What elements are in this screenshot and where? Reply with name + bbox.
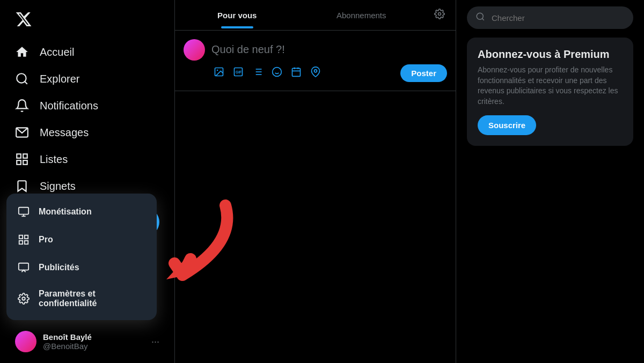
profile-handle: @BenoitBay bbox=[43, 342, 145, 351]
search-bar[interactable] bbox=[467, 6, 633, 29]
svg-rect-10 bbox=[19, 235, 23, 239]
svg-rect-12 bbox=[25, 241, 28, 244]
messages-label: Messages bbox=[40, 127, 89, 139]
svg-line-36 bbox=[482, 18, 484, 20]
x-logo[interactable] bbox=[6, 4, 168, 36]
profile-info: Benoît Baylé @BenoitBay bbox=[43, 332, 145, 351]
svg-point-15 bbox=[22, 297, 25, 300]
svg-rect-4 bbox=[23, 154, 27, 158]
main-nav: Accueil Explorer Notifications Messages bbox=[6, 39, 168, 199]
tabs-header: Pour vous Abonnements bbox=[175, 0, 456, 31]
location-icon[interactable] bbox=[308, 64, 323, 82]
sidebar: Accueil Explorer Notifications Messages bbox=[0, 0, 174, 363]
svg-rect-11 bbox=[25, 235, 28, 239]
premium-description: Abonnez-vous pour profiter de nouvelles … bbox=[478, 65, 623, 107]
search-bar-icon bbox=[475, 12, 485, 24]
list-compose-icon[interactable] bbox=[250, 64, 265, 82]
premium-title: Abonnez-vous à Premium bbox=[478, 48, 623, 61]
search-input[interactable] bbox=[492, 13, 625, 23]
ads-icon bbox=[17, 261, 30, 274]
tab-settings-icon[interactable] bbox=[423, 0, 456, 30]
x-logo-icon bbox=[15, 11, 32, 28]
dropdown-publicites[interactable]: Publicités bbox=[6, 254, 157, 281]
compose-placeholder[interactable]: Quoi de neuf ?! bbox=[211, 39, 447, 64]
premium-card: Abonnez-vous à Premium Abonnez-vous pour… bbox=[467, 38, 633, 146]
image-icon[interactable] bbox=[211, 64, 226, 82]
svg-rect-14 bbox=[19, 263, 28, 270]
grid-icon bbox=[17, 233, 30, 246]
dropdown-parametres[interactable]: Paramètres et confidentialité bbox=[6, 281, 157, 316]
dropdown-menu: Monétisation Pro Publicités Paramètres e… bbox=[6, 194, 157, 320]
search-icon bbox=[15, 72, 29, 86]
gear-icon bbox=[17, 292, 30, 305]
svg-rect-3 bbox=[17, 154, 21, 158]
svg-rect-7 bbox=[19, 208, 28, 214]
monetise-icon bbox=[17, 205, 30, 218]
svg-text:GIF: GIF bbox=[236, 70, 241, 74]
profile-name: Benoît Baylé bbox=[43, 332, 145, 342]
svg-point-18 bbox=[217, 70, 218, 71]
gif-icon[interactable]: GIF bbox=[231, 64, 246, 82]
sidebar-item-explorer[interactable]: Explorer bbox=[6, 65, 168, 92]
bell-icon bbox=[15, 99, 29, 113]
svg-point-0 bbox=[17, 73, 26, 83]
bookmark-icon bbox=[15, 179, 29, 193]
emoji-icon[interactable] bbox=[269, 64, 284, 82]
svg-rect-30 bbox=[292, 68, 301, 76]
tab-abonnements[interactable]: Abonnements bbox=[299, 2, 424, 28]
publicites-label: Publicités bbox=[39, 263, 79, 272]
list-icon bbox=[15, 152, 29, 166]
profile-section[interactable]: Benoît Baylé @BenoitBay ··· bbox=[6, 324, 168, 359]
listes-label: Listes bbox=[40, 153, 68, 166]
sidebar-item-listes[interactable]: Listes bbox=[6, 146, 168, 173]
compose-toolbar: GIF Poster bbox=[211, 64, 447, 82]
compose-right: Quoi de neuf ?! GIF bbox=[211, 39, 447, 82]
svg-point-27 bbox=[273, 68, 282, 77]
compose-area: Quoi de neuf ?! GIF bbox=[175, 31, 456, 91]
home-icon bbox=[15, 45, 29, 59]
parametres-label: Paramètres et confidentialité bbox=[39, 289, 146, 308]
compose-avatar bbox=[184, 39, 205, 61]
sidebar-item-messages[interactable]: Messages bbox=[6, 119, 168, 146]
avatar bbox=[15, 331, 36, 352]
svg-rect-5 bbox=[23, 160, 27, 165]
svg-rect-13 bbox=[19, 241, 23, 244]
sidebar-item-notifications[interactable]: Notifications bbox=[6, 92, 168, 119]
compose-post-button[interactable]: Poster bbox=[400, 64, 447, 82]
profile-menu-dots[interactable]: ··· bbox=[151, 336, 159, 347]
accueil-label: Accueil bbox=[40, 46, 74, 58]
monetisation-label: Monétisation bbox=[39, 207, 92, 217]
signets-label: Signets bbox=[40, 180, 76, 192]
svg-point-16 bbox=[438, 13, 441, 16]
notifications-label: Notifications bbox=[40, 100, 98, 112]
explorer-label: Explorer bbox=[40, 73, 79, 85]
svg-line-1 bbox=[25, 82, 27, 84]
schedule-icon[interactable] bbox=[289, 64, 304, 82]
right-sidebar: Abonnez-vous à Premium Abonnez-vous pour… bbox=[456, 0, 644, 363]
svg-point-34 bbox=[314, 70, 317, 72]
svg-point-35 bbox=[477, 13, 483, 19]
dropdown-monetisation[interactable]: Monétisation bbox=[6, 198, 157, 226]
main-content: Pour vous Abonnements Quoi de neuf ?! GI… bbox=[174, 0, 456, 363]
dropdown-pro[interactable]: Pro bbox=[6, 226, 157, 254]
tab-pour-vous[interactable]: Pour vous bbox=[175, 2, 299, 28]
pro-label: Pro bbox=[39, 235, 53, 245]
mail-icon bbox=[15, 125, 29, 139]
svg-rect-6 bbox=[17, 160, 21, 165]
subscribe-button[interactable]: Souscrire bbox=[478, 115, 536, 135]
sidebar-item-accueil[interactable]: Accueil bbox=[6, 39, 168, 65]
